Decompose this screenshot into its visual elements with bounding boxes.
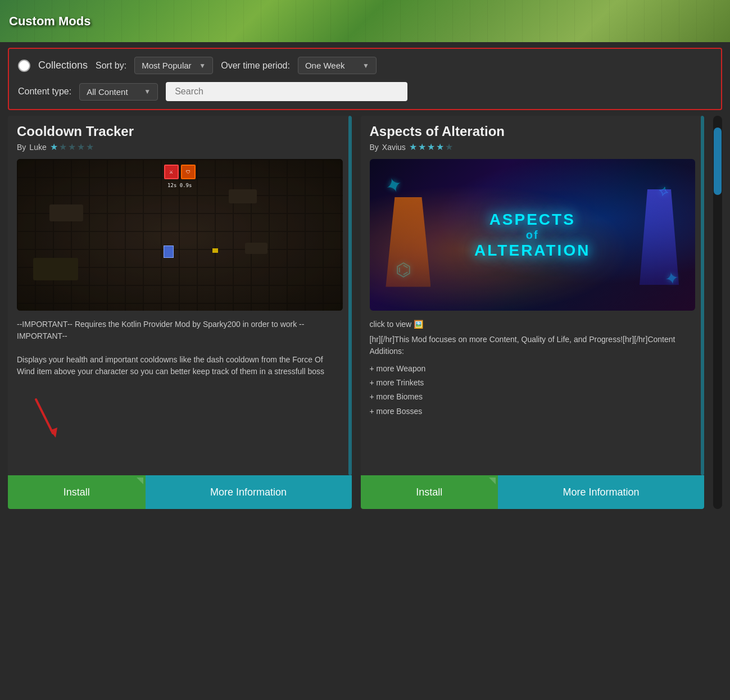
- mod-title: Cooldown Tracker: [17, 124, 343, 139]
- thumbnail-art-2: ✦ ⟡ ⌬ ✦ ASPECTS of ALTERATION: [370, 159, 696, 311]
- dungeon-walls: [17, 159, 343, 311]
- star-rating-2: ★ ★ ★ ★ ★: [409, 142, 453, 152]
- header-banner: Custom Mods: [0, 0, 730, 42]
- content-type-dropdown[interactable]: All Content ▼: [79, 83, 158, 101]
- author-name-2: Xavius: [382, 143, 406, 152]
- rock-2: [245, 243, 267, 254]
- content-area: Cooldown Tracker By Luke ★ ★ ★ ★ ★: [0, 116, 730, 509]
- thumbnail-art: ⚔ 🛡 12s 0.9s: [17, 159, 343, 311]
- list-item-2: + more Trinkets: [370, 376, 696, 390]
- title-line1: ASPECTS: [474, 211, 590, 229]
- star-1: ★: [409, 142, 417, 152]
- content-type-arrow-icon: ▼: [144, 88, 151, 96]
- collections-radio[interactable]: [18, 60, 30, 72]
- period-dropdown[interactable]: One Week ▼: [298, 57, 377, 74]
- collections-label: Collections: [38, 60, 88, 71]
- star-3: ★: [427, 142, 435, 152]
- card-actions-2: Install More Information: [361, 475, 705, 509]
- period-arrow-icon: ▼: [362, 62, 369, 70]
- period-value: One Week: [305, 61, 345, 70]
- player-sprite: [164, 246, 174, 258]
- rock-3: [33, 258, 78, 280]
- title-line3: ALTERATION: [474, 242, 590, 260]
- star-1: ★: [50, 142, 58, 152]
- scrollbar-thumb[interactable]: [714, 128, 722, 195]
- desc-p1-2: click to view 🖼️: [370, 319, 696, 330]
- star-2: ★: [418, 142, 426, 152]
- filter-bar: Collections Sort by: Most Popular ▼ Over…: [8, 48, 722, 110]
- timer-label: 12s 0.9s: [167, 183, 192, 188]
- aspects-text: ASPECTS of ALTERATION: [474, 211, 590, 260]
- mod-list: + more Weapon + more Trinkets + more Bio…: [370, 362, 696, 419]
- author-name: Luke: [29, 143, 46, 152]
- mod-description: --IMPORTANT-- Requires the Kotlin Provid…: [17, 319, 343, 470]
- mod-card-inner-2: Aspects of Alteration By Xavius ★ ★ ★ ★ …: [361, 116, 705, 470]
- mods-grid: Cooldown Tracker By Luke ★ ★ ★ ★ ★: [8, 116, 704, 509]
- mod-card-aspects: Aspects of Alteration By Xavius ★ ★ ★ ★ …: [361, 116, 705, 509]
- mod-thumbnail-aspects: ✦ ⟡ ⌬ ✦ ASPECTS of ALTERATION: [370, 159, 696, 311]
- desc-p2-2: [hr][/hr]This Mod focuses on more Conten…: [370, 334, 696, 357]
- star-3: ★: [68, 142, 76, 152]
- filter-row-bottom: Content type: All Content ▼: [18, 82, 712, 101]
- mod-card-cooldown-tracker: Cooldown Tracker By Luke ★ ★ ★ ★ ★: [8, 116, 352, 509]
- star-5: ★: [86, 142, 94, 152]
- star-5: ★: [445, 142, 453, 152]
- star-4: ★: [77, 142, 85, 152]
- mod-description-2: click to view 🖼️ [hr][/hr]This Mod focus…: [370, 319, 696, 470]
- more-info-button-cooldown[interactable]: More Information: [146, 475, 352, 509]
- title-line2: of: [474, 229, 590, 242]
- mod-title-2: Aspects of Alteration: [370, 124, 696, 139]
- hud-box-1: ⚔: [164, 165, 179, 179]
- card-actions: Install More Information: [8, 475, 352, 509]
- star-4: ★: [436, 142, 444, 152]
- list-item-3: + more Biomes: [370, 390, 696, 404]
- mod-author: By Luke ★ ★ ★ ★ ★: [17, 142, 343, 152]
- by-label-2: By: [370, 143, 379, 152]
- main-scrollbar[interactable]: [713, 116, 722, 509]
- install-button-aspects[interactable]: Install: [361, 475, 498, 509]
- more-info-button-aspects[interactable]: More Information: [498, 475, 704, 509]
- list-item-1: + more Weapon: [370, 362, 696, 376]
- mod-thumbnail-cooldown: ⚔ 🛡 12s 0.9s: [17, 159, 343, 311]
- content-type-label: Content type:: [18, 87, 71, 97]
- sort-by-dropdown[interactable]: Most Popular ▼: [134, 57, 213, 74]
- content-type-value: All Content: [87, 87, 128, 97]
- mod-card-inner: Cooldown Tracker By Luke ★ ★ ★ ★ ★: [8, 116, 352, 470]
- mod-author-2: By Xavius ★ ★ ★ ★ ★: [370, 142, 696, 152]
- rock-1: [49, 204, 83, 221]
- by-label: By: [17, 143, 26, 152]
- star-2: ★: [59, 142, 67, 152]
- card-scroll-indicator-2[interactable]: [701, 116, 704, 475]
- desc-p1: --IMPORTANT-- Requires the Kotlin Provid…: [17, 319, 343, 342]
- hud-items: ⚔ 🛡: [164, 165, 196, 179]
- sort-by-label: Sort by:: [96, 61, 126, 71]
- sort-by-arrow-icon: ▼: [199, 62, 206, 70]
- rock-4: [229, 189, 257, 203]
- desc-p2: Displays your health and important coold…: [17, 354, 343, 378]
- list-item-4: + more Bosses: [370, 404, 696, 419]
- star-rating: ★ ★ ★ ★ ★: [50, 142, 94, 152]
- sort-by-value: Most Popular: [142, 61, 191, 70]
- card-scroll-indicator[interactable]: [348, 116, 352, 475]
- item-drop: [212, 248, 218, 253]
- install-button-cooldown[interactable]: Install: [8, 475, 146, 509]
- hud-box-2: 🛡: [181, 165, 196, 179]
- period-label: Over time period:: [221, 61, 290, 71]
- page-title: Custom Mods: [9, 14, 90, 29]
- search-input[interactable]: [166, 82, 407, 101]
- filter-row-top: Collections Sort by: Most Popular ▼ Over…: [18, 57, 712, 74]
